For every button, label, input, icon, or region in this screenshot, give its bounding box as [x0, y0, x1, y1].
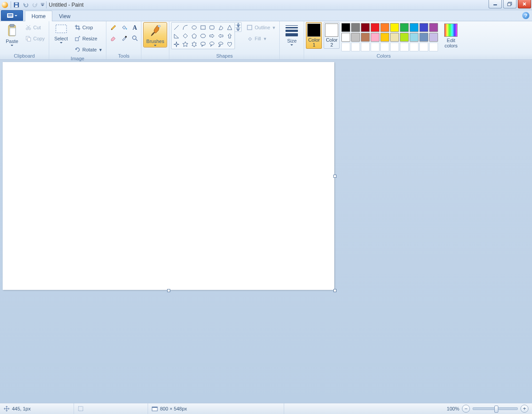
palette-color[interactable] — [341, 33, 350, 42]
maximize-button[interactable] — [503, 0, 516, 8]
minimize-button[interactable] — [489, 0, 502, 8]
shape-right-triangle[interactable] — [172, 32, 180, 39]
shape-oval[interactable] — [190, 23, 198, 31]
color2-button[interactable]: Color 2 — [324, 22, 340, 49]
text-tool[interactable]: A — [129, 22, 140, 33]
qat-customize-button[interactable] — [40, 0, 45, 9]
canvas-handle-corner[interactable] — [333, 289, 336, 292]
shape-arrow-up[interactable] — [226, 32, 234, 39]
palette-custom-slot[interactable] — [410, 43, 419, 51]
palette-color[interactable] — [429, 33, 438, 42]
spectrum-icon — [444, 23, 458, 37]
shape-diamond[interactable] — [181, 32, 189, 39]
canvas-area[interactable] — [0, 60, 532, 403]
shape-curve[interactable] — [181, 23, 189, 31]
shape-roundrect[interactable] — [208, 23, 216, 31]
color-picker-tool[interactable] — [119, 33, 129, 43]
brushes-button[interactable]: Brushes — [143, 22, 167, 47]
palette-color[interactable] — [380, 23, 389, 32]
shape-callout-cloud[interactable] — [217, 40, 225, 48]
select-button[interactable]: Select — [51, 22, 71, 45]
canvas-handle-bottom[interactable] — [167, 289, 170, 292]
palette-custom-slot[interactable] — [390, 43, 399, 51]
palette-custom-slot[interactable] — [361, 43, 370, 51]
close-button[interactable] — [518, 0, 531, 8]
palette-custom-slot[interactable] — [400, 43, 409, 51]
palette-color[interactable] — [361, 33, 370, 42]
shape-star6[interactable] — [190, 40, 198, 48]
zoom-in-button[interactable]: + — [520, 405, 528, 413]
palette-custom-slot[interactable] — [351, 43, 360, 51]
size-button[interactable]: Size — [282, 22, 302, 47]
canvas-handle-right[interactable] — [333, 175, 336, 178]
svg-rect-13 — [27, 38, 31, 41]
file-menu-button[interactable] — [1, 10, 23, 21]
palette-custom-slot[interactable] — [419, 43, 428, 51]
palette-color[interactable] — [351, 33, 360, 42]
shape-hexagon[interactable] — [199, 32, 207, 39]
app-icon[interactable] — [1, 1, 9, 9]
shapes-gallery-scroll[interactable] — [235, 22, 242, 32]
svg-rect-2 — [15, 5, 18, 7]
group-brushes: Brushes — [141, 21, 169, 59]
zoom-out-button[interactable]: − — [462, 405, 470, 413]
shape-star5[interactable] — [181, 40, 189, 48]
qat-save-button[interactable] — [12, 0, 21, 9]
gallery-expand[interactable] — [235, 28, 241, 31]
palette-color[interactable] — [351, 23, 360, 32]
fill-tool[interactable] — [119, 22, 129, 33]
magnifier-tool[interactable] — [129, 33, 140, 43]
palette-color[interactable] — [371, 23, 379, 32]
tab-home[interactable]: Home — [25, 11, 52, 21]
palette-color[interactable] — [419, 23, 428, 32]
palette-color[interactable] — [410, 23, 419, 32]
shape-polygon[interactable] — [217, 23, 225, 31]
rotate-button[interactable]: Rotate ▾ — [72, 44, 104, 55]
tab-view[interactable]: View — [52, 11, 77, 21]
palette-color[interactable] — [361, 23, 370, 32]
palette-color[interactable] — [371, 33, 379, 42]
palette-color[interactable] — [400, 23, 409, 32]
shape-arrow-left[interactable] — [217, 32, 225, 39]
palette-color[interactable] — [429, 23, 438, 32]
zoom-level: 100% — [447, 406, 459, 411]
shape-callout-round[interactable] — [199, 40, 207, 48]
shape-rect[interactable] — [199, 23, 207, 31]
palette-color[interactable] — [341, 23, 350, 32]
shape-line[interactable] — [172, 23, 180, 31]
palette-color[interactable] — [390, 33, 399, 42]
shape-pentagon[interactable] — [190, 32, 198, 39]
zoom-slider[interactable] — [473, 407, 518, 410]
shape-star4[interactable] — [172, 40, 180, 48]
palette-custom-slot[interactable] — [380, 43, 389, 51]
palette-color[interactable] — [410, 33, 419, 42]
crop-button[interactable]: Crop — [72, 22, 104, 33]
help-button[interactable]: ? — [522, 12, 529, 19]
palette-custom-slot[interactable] — [429, 43, 438, 51]
palette-custom-slot[interactable] — [341, 43, 350, 51]
eraser-tool[interactable] — [108, 33, 119, 43]
shapes-gallery[interactable] — [171, 22, 235, 49]
palette-custom-slot[interactable] — [371, 43, 379, 51]
svg-rect-6 — [508, 3, 511, 6]
paste-button[interactable]: Paste — [2, 22, 22, 47]
qat-redo-button[interactable] — [31, 0, 39, 9]
shape-callout-oval[interactable] — [208, 40, 216, 48]
resize-button[interactable]: Resize — [72, 33, 104, 44]
shape-triangle[interactable] — [226, 23, 234, 31]
palette-color[interactable] — [419, 33, 428, 42]
pencil-tool[interactable] — [108, 22, 119, 33]
palette-color[interactable] — [390, 23, 399, 32]
zoom-slider-thumb[interactable] — [494, 406, 498, 413]
edit-colors-button[interactable]: Edit colors — [441, 22, 461, 50]
canvas[interactable] — [3, 62, 334, 290]
group-size: Size — [280, 21, 304, 59]
palette-color[interactable] — [380, 33, 389, 42]
qat-undo-button[interactable] — [21, 0, 30, 9]
color1-button[interactable]: Color 1 — [306, 22, 322, 49]
resize-icon — [74, 35, 81, 42]
shape-arrow-right[interactable] — [208, 32, 216, 39]
shape-heart[interactable] — [226, 40, 234, 48]
outline-icon — [246, 24, 253, 31]
palette-color[interactable] — [400, 33, 409, 42]
